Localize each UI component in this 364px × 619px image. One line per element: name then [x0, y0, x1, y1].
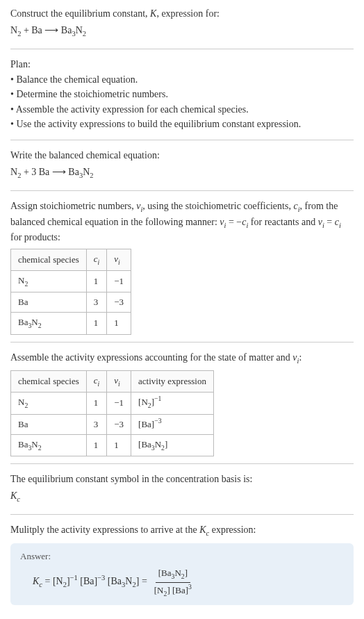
symbol-section: The equilibrium constant symbol in the c… — [10, 472, 354, 515]
title-prefix: Construct the equilibrium constant, — [10, 8, 150, 19]
col-nu: νi — [107, 249, 131, 270]
col-nu: νi — [107, 371, 131, 393]
symbol-kc: Kc — [10, 489, 354, 504]
table-row: N2 1 −1 [N2]−1 — [11, 393, 214, 414]
multiply-intro: Mulitply the activity expressions to arr… — [10, 523, 354, 538]
title-suffix: , expression for: — [156, 8, 220, 19]
balanced-equation: N2 + 3 Ba ⟶ Ba3N2 — [10, 165, 354, 181]
answer-label: Answer: — [20, 550, 344, 563]
answer-expression: Kc = [N2]−1 [Ba]−3 [Ba3N2] = [Ba3N2] [N2… — [20, 567, 344, 598]
plan-section: Plan: • Balance the chemical equation. •… — [10, 58, 354, 140]
table-row: Ba 3 −3 — [11, 292, 131, 313]
col-species: chemical species — [11, 371, 87, 393]
activity-intro: Assemble the activity expressions accoun… — [10, 351, 354, 366]
plan-item-1: • Balance the chemical equation. — [10, 73, 354, 87]
stoich-section: Assign stoichiometric numbers, νi, using… — [10, 199, 354, 342]
table-header-row: chemical species ci νi activity expressi… — [11, 371, 214, 393]
plan-item-4: • Use the activity expressions to build … — [10, 117, 354, 131]
plan-label: Plan: — [10, 58, 354, 72]
answer-box: Answer: Kc = [N2]−1 [Ba]−3 [Ba3N2] = [Ba… — [10, 543, 354, 606]
stoich-intro: Assign stoichiometric numbers, νi, using… — [10, 199, 354, 245]
col-ci: ci — [86, 249, 107, 270]
title-line: Construct the equilibrium constant, K, e… — [10, 7, 354, 21]
balanced-section: Write the balanced chemical equation: N2… — [10, 149, 354, 191]
plan-item-2: • Determine the stoichiometric numbers. — [10, 88, 354, 101]
table-row: N2 1 −1 — [11, 270, 131, 292]
balanced-intro: Write the balanced chemical equation: — [10, 149, 354, 163]
table-row: Ba 3 −3 [Ba]−3 — [11, 414, 214, 434]
table-row: Ba3N2 1 1 — [11, 313, 131, 334]
symbol-intro: The equilibrium constant symbol in the c… — [10, 472, 354, 486]
plan-item-3: • Assemble the activity expression for e… — [10, 103, 354, 117]
col-ci: ci — [86, 371, 107, 393]
answer-fraction: [Ba3N2] [N2] [Ba]3 — [151, 567, 195, 598]
activity-section: Assemble the activity expressions accoun… — [10, 351, 354, 464]
col-species: chemical species — [11, 249, 87, 270]
multiply-section: Mulitply the activity expressions to arr… — [10, 523, 354, 612]
col-activity: activity expression — [131, 371, 214, 393]
table-row: Ba3N2 1 1 [Ba3N2] — [11, 434, 214, 456]
stoich-table: chemical species ci νi N2 1 −1 Ba 3 −3 B… — [10, 249, 131, 335]
activity-table: chemical species ci νi activity expressi… — [10, 370, 214, 456]
table-header-row: chemical species ci νi — [11, 249, 131, 270]
unbalanced-equation: N2 + Ba ⟶ Ba3N2 — [10, 24, 354, 39]
header-section: Construct the equilibrium constant, K, e… — [10, 7, 354, 49]
title-k: K — [150, 8, 156, 19]
